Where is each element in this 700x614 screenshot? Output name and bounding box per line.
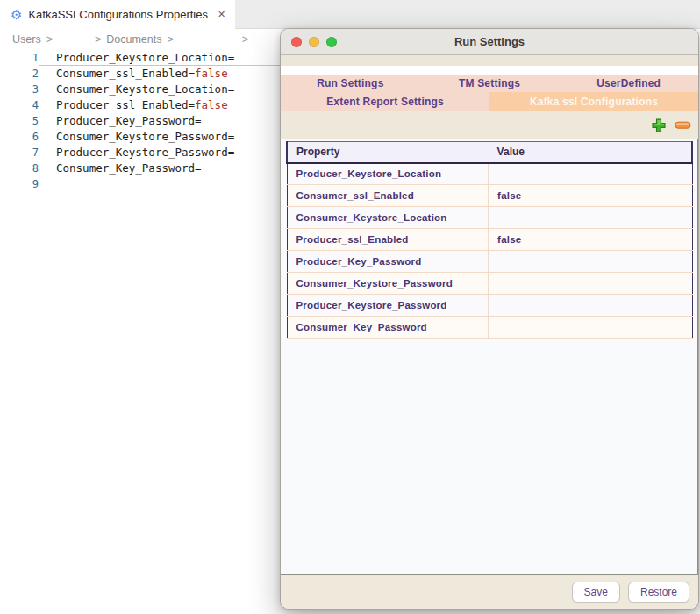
dialog-titlebar[interactable]: Run Settings xyxy=(281,29,698,55)
property-cell[interactable]: Producer_Keystore_Password xyxy=(287,295,489,317)
value-cell[interactable] xyxy=(489,295,692,317)
screen: ⚙ KafkaSSLConfigurations.Properties ✕ Us… xyxy=(0,0,700,614)
line-number: 5 xyxy=(0,113,39,129)
settings-tab-row-2: Extent Report Settings Kafka ssl Configu… xyxy=(281,92,698,111)
table-row[interactable]: Producer_Keystore_Location xyxy=(287,163,692,185)
chevron-right-icon: > xyxy=(168,33,174,46)
restore-button[interactable]: Restore xyxy=(628,582,689,603)
line-number: 2 xyxy=(0,66,39,82)
table-row[interactable]: Producer_Key_Password xyxy=(287,251,692,273)
code-line[interactable]: 9 xyxy=(0,176,280,192)
value-cell[interactable] xyxy=(489,163,692,185)
minimize-window-button[interactable] xyxy=(309,37,319,47)
code-line[interactable]: 5 Producer_Key_Password= xyxy=(0,113,280,129)
tab-run-settings[interactable]: Run Settings xyxy=(281,75,420,92)
plus-icon xyxy=(651,118,667,133)
code-text[interactable]: Consumer_Keystore_Password= xyxy=(39,129,280,145)
tab-tm-settings[interactable]: TM Settings xyxy=(420,75,560,92)
code-text[interactable]: Producer_Keystore_Location= xyxy=(39,50,280,66)
property-cell[interactable]: Producer_ssl_Enabled xyxy=(287,229,489,251)
save-button[interactable]: Save xyxy=(572,582,620,603)
settings-tab-row-1: Run Settings TM Settings UserDefined xyxy=(281,75,698,92)
property-cell[interactable]: Consumer_Keystore_Location xyxy=(287,207,489,229)
property-cell[interactable]: Consumer_Key_Password xyxy=(287,317,489,339)
line-number: 1 xyxy=(0,50,39,66)
code-line[interactable]: 1 Producer_Keystore_Location= xyxy=(0,50,280,66)
code-line[interactable]: 2 Consumer_ssl_Enabled=false xyxy=(0,66,280,82)
table-row[interactable]: Consumer_Key_Password xyxy=(287,317,692,339)
gear-icon: ⚙ xyxy=(11,8,22,21)
line-number: 3 xyxy=(0,82,39,97)
dialog-footer: Save Restore xyxy=(281,574,698,609)
table-toolbar xyxy=(281,111,698,139)
spacer-strip xyxy=(281,66,698,75)
table-row[interactable]: Consumer_Keystore_Password xyxy=(287,273,692,295)
breadcrumb-item-users[interactable]: Users xyxy=(12,33,41,46)
chevron-right-icon: > xyxy=(46,33,53,46)
table-row[interactable]: Producer_ssl_Enabled false xyxy=(287,229,692,251)
close-icon[interactable]: ✕ xyxy=(218,9,225,20)
line-number: 9 xyxy=(0,176,39,192)
editor-tab-title: KafkaSSLConfigurations.Properties xyxy=(28,8,208,21)
editor-tab-kafka-properties[interactable]: ⚙ KafkaSSLConfigurations.Properties ✕ xyxy=(0,0,235,29)
breadcrumb-item-documents[interactable]: Documents xyxy=(106,33,161,46)
code-text[interactable] xyxy=(39,176,280,192)
table-row[interactable]: Consumer_Keystore_Location xyxy=(287,207,692,229)
spacer-strip xyxy=(281,55,698,66)
code-text[interactable]: Producer_Key_Password= xyxy=(39,113,280,129)
dialog-title: Run Settings xyxy=(454,35,525,48)
code-line[interactable]: 8 Consumer_Key_Password= xyxy=(0,161,280,176)
property-cell[interactable]: Producer_Keystore_Location xyxy=(287,163,489,185)
code-text[interactable]: Producer_Keystore_Password= xyxy=(39,145,280,161)
code-line[interactable]: 6 Consumer_Keystore_Password= xyxy=(0,129,280,145)
code-text[interactable]: Consumer_ssl_Enabled=false xyxy=(39,66,280,82)
close-window-button[interactable] xyxy=(291,37,302,47)
properties-table: Property Value Producer_Keystore_Locatio… xyxy=(286,141,693,339)
value-cell[interactable] xyxy=(489,317,692,339)
run-settings-dialog: Run Settings Run Settings TM Settings Us… xyxy=(280,28,699,610)
editor-tab-bar: ⚙ KafkaSSLConfigurations.Properties ✕ xyxy=(0,0,700,29)
column-header-property[interactable]: Property xyxy=(287,142,489,163)
code-line[interactable]: 4 Producer_ssl_Enabled=false xyxy=(0,97,280,113)
tab-extent-report-settings[interactable]: Extent Report Settings xyxy=(281,92,489,111)
tab-userdefined[interactable]: UserDefined xyxy=(559,75,698,92)
property-cell[interactable]: Consumer_Keystore_Password xyxy=(287,273,489,295)
value-cell[interactable] xyxy=(489,251,692,273)
window-controls xyxy=(291,37,337,47)
remove-row-button[interactable] xyxy=(675,121,691,130)
code-text[interactable]: Producer_ssl_Enabled=false xyxy=(39,97,280,113)
chevron-right-icon: > xyxy=(95,33,101,46)
zoom-window-button[interactable] xyxy=(326,37,337,47)
property-cell[interactable]: Consumer_ssl_Enabled xyxy=(287,185,489,207)
property-cell[interactable]: Producer_Key_Password xyxy=(287,251,489,273)
breadcrumb: Users > > Documents > > xyxy=(0,29,281,49)
value-cell[interactable]: false xyxy=(489,185,692,207)
table-panel: Property Value Producer_Keystore_Locatio… xyxy=(281,139,698,574)
line-number: 7 xyxy=(0,145,39,161)
table-row[interactable]: Producer_Keystore_Password xyxy=(287,295,692,317)
column-header-value[interactable]: Value xyxy=(489,142,692,163)
value-cell[interactable] xyxy=(489,207,692,229)
value-cell[interactable]: false xyxy=(489,229,692,251)
code-text[interactable]: Consumer_Keystore_Location= xyxy=(39,82,280,97)
line-number: 4 xyxy=(0,97,39,113)
tab-kafka-ssl-configurations[interactable]: Kafka ssl Configurations xyxy=(489,92,698,111)
code-line[interactable]: 3 Consumer_Keystore_Location= xyxy=(0,82,280,97)
minus-icon xyxy=(675,121,691,130)
code-line[interactable]: 7 Producer_Keystore_Password= xyxy=(0,145,280,161)
code-text[interactable]: Consumer_Key_Password= xyxy=(39,161,280,176)
line-number: 6 xyxy=(0,129,39,145)
chevron-right-icon: > xyxy=(242,33,248,46)
code-editor[interactable]: 1 Producer_Keystore_Location= 2 Consumer… xyxy=(0,50,280,614)
table-row[interactable]: Consumer_ssl_Enabled false xyxy=(287,185,692,207)
line-number: 8 xyxy=(0,161,39,176)
add-row-button[interactable] xyxy=(651,118,667,133)
value-cell[interactable] xyxy=(489,273,692,295)
